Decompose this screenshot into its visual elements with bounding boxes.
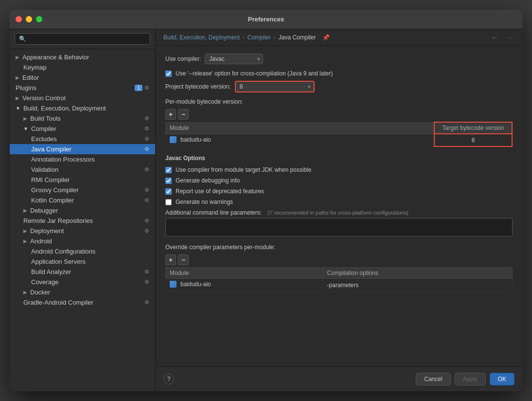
module-icon: baidudu-aio <box>170 136 211 143</box>
sidebar-item-build-exec[interactable]: ▼ Build, Execution, Deployment <box>10 103 155 113</box>
traffic-lights <box>16 16 42 22</box>
override-table-row: baidudu-aio -parameters <box>166 279 513 292</box>
sidebar-item-label: Coverage <box>31 278 58 286</box>
sidebar-item-deployment[interactable]: ▶ Deployment ⚙ <box>10 226 155 236</box>
sidebar-item-build-tools[interactable]: ▶ Build Tools ⚙ <box>10 113 155 124</box>
sidebar-item-label: Build Tools <box>30 115 61 122</box>
sidebar-item-label: Android Configurations <box>31 248 95 255</box>
override-module-cell: baidudu-aio <box>166 279 323 292</box>
sidebar-item-rmi-compiler[interactable]: RMI Compiler <box>10 175 155 185</box>
settings-icon: ⚙ <box>144 146 149 152</box>
deprecated-checkbox[interactable] <box>165 188 172 195</box>
search-input[interactable] <box>15 33 150 45</box>
cmd-params-section: Additional command line parameters: ('/'… <box>165 209 513 238</box>
sidebar-item-app-servers[interactable]: Application Servers <box>10 256 155 267</box>
cmd-params-input[interactable] <box>165 218 513 237</box>
sidebar-item-android-config[interactable]: Android Configurations <box>10 246 155 256</box>
debug-info-checkbox[interactable] <box>165 178 172 184</box>
override-label: Override compiler parameters per-module: <box>165 244 513 251</box>
sidebar-item-java-compiler[interactable]: Java Compiler ⚙ <box>10 144 155 154</box>
breadcrumb-compiler[interactable]: Compiler <box>248 34 271 41</box>
arrow-icon: ▶ <box>23 228 27 234</box>
settings-icon: ⚙ <box>144 197 149 203</box>
sidebar-item-label: Docker <box>30 289 50 296</box>
remove-override-button[interactable]: − <box>178 255 189 265</box>
bytecode-version-row: Project bytecode version: 8 9 10 11 12 1… <box>165 81 513 92</box>
apply-button[interactable]: Apply <box>455 373 486 385</box>
maximize-button[interactable] <box>36 16 42 22</box>
arrow-icon: ▶ <box>23 208 27 213</box>
sidebar-item-label: Editor <box>22 74 39 81</box>
cmd-params-label-row: Additional command line parameters: ('/'… <box>165 209 513 216</box>
sidebar-item-kotlin-compiler[interactable]: Kotlin Compiler ⚙ <box>10 195 155 205</box>
sidebar-item-build-analyzer[interactable]: Build Analyzer ⚙ <box>10 267 155 277</box>
use-compiler-label: Use compiler: <box>165 55 201 62</box>
add-module-button[interactable]: + <box>165 109 176 120</box>
no-warnings-label: Generate no warnings <box>176 199 233 205</box>
compiler-select[interactable]: Javac Eclipse Ajc <box>205 54 263 64</box>
minimize-button[interactable] <box>26 16 32 22</box>
sidebar-item-appearance[interactable]: ▶ Appearance & Behavior <box>10 52 155 62</box>
title-bar: Preferences <box>10 10 522 29</box>
sidebar-item-plugins[interactable]: Plugins 1 ⚙ <box>10 83 155 93</box>
sidebar-item-android[interactable]: ▶ Android <box>10 236 155 246</box>
use-release-checkbox[interactable] <box>165 71 172 77</box>
no-warnings-checkbox[interactable] <box>165 199 172 205</box>
remove-module-button[interactable]: − <box>178 109 189 120</box>
settings-icon: ⚙ <box>144 187 149 193</box>
javac-option-use-module: Use compiler from module target JDK when… <box>165 166 513 173</box>
sidebar-item-debugger[interactable]: ▶ Debugger <box>10 205 155 216</box>
override-table: Module Compilation options baidudu-aio <box>165 267 513 292</box>
sidebar-item-docker[interactable]: ▶ Docker <box>10 287 155 297</box>
sidebar-item-label: Debugger <box>30 207 58 214</box>
plugins-badge: 1 <box>135 85 142 91</box>
settings-icon: ⚙ <box>144 115 149 122</box>
back-button[interactable]: ← <box>489 33 500 41</box>
sidebar-item-label: Android <box>30 237 52 245</box>
close-button[interactable] <box>16 16 22 22</box>
target-col-header: Target bytecode version <box>434 122 512 134</box>
sidebar-item-annotation-processors[interactable]: Annotation Processors <box>10 154 155 164</box>
sidebar-item-excludes[interactable]: Excludes ⚙ <box>10 134 155 144</box>
deprecated-label: Report use of deprecated features <box>176 188 264 195</box>
forward-button[interactable]: → <box>503 33 514 41</box>
add-override-button[interactable]: + <box>165 255 176 265</box>
settings-icon: ⚙ <box>144 299 149 306</box>
sidebar-item-label: Application Servers <box>31 258 86 265</box>
sidebar-item-editor[interactable]: ▶ Editor <box>10 73 155 83</box>
module-table: Module Target bytecode version baidudu-a… <box>165 122 513 147</box>
help-button[interactable]: ? <box>163 374 174 384</box>
sidebar-item-groovy-compiler[interactable]: Groovy Compiler ⚙ <box>10 185 155 195</box>
override-module-icon: baidudu-aio <box>170 281 211 288</box>
breadcrumb-sep-1: › <box>243 34 245 41</box>
use-module-target-checkbox[interactable] <box>165 167 172 173</box>
use-release-label: Use '--release' option for cross-compila… <box>176 70 333 77</box>
main-content: ▶ Appearance & Behavior Keymap ▶ Editor … <box>10 29 522 391</box>
ok-button[interactable]: OK <box>490 373 514 385</box>
sidebar-item-validation[interactable]: Validation ⚙ <box>10 164 155 175</box>
pin-icon: 📌 <box>322 34 330 41</box>
sidebar-item-label: Annotation Processors <box>31 156 95 163</box>
sidebar-item-label: Keymap <box>23 64 47 71</box>
override-options-cell: -parameters <box>323 279 512 292</box>
bytecode-version-select[interactable]: 8 9 10 11 12 13 14 15 16 17 <box>236 82 314 91</box>
override-module-col: Module <box>166 268 323 279</box>
sidebar-item-label: Compiler <box>31 125 56 132</box>
use-module-target-label: Use compiler from module target JDK when… <box>176 166 311 173</box>
sidebar-item-compiler[interactable]: ▼ Compiler ⚙ <box>10 124 155 134</box>
breadcrumb-build-exec[interactable]: Build, Execution, Deployment <box>163 34 240 41</box>
sidebar-item-remote-jar[interactable]: Remote Jar Repositories ⚙ <box>10 216 155 226</box>
sidebar-item-coverage[interactable]: Coverage ⚙ <box>10 277 155 287</box>
compiler-select-wrapper: Javac Eclipse Ajc <box>205 54 263 64</box>
module-name-cell: baidudu-aio <box>166 134 435 146</box>
sidebar-item-gradle-android[interactable]: Gradle-Android Compiler ⚙ <box>10 297 155 308</box>
arrow-icon: ▶ <box>23 238 27 244</box>
sidebar-item-label: Appearance & Behavior <box>22 54 89 61</box>
sidebar-item-label: Build Analyzer <box>31 268 71 275</box>
cancel-button[interactable]: Cancel <box>416 373 450 385</box>
sidebar-item-version-control[interactable]: ▶ Version Control <box>10 93 155 103</box>
sidebar-item-keymap[interactable]: Keymap <box>10 62 155 73</box>
sidebar-item-label: Version Control <box>22 94 66 102</box>
javac-section-title: Javac Options <box>165 155 513 162</box>
javac-option-no-warnings: Generate no warnings <box>165 199 513 205</box>
